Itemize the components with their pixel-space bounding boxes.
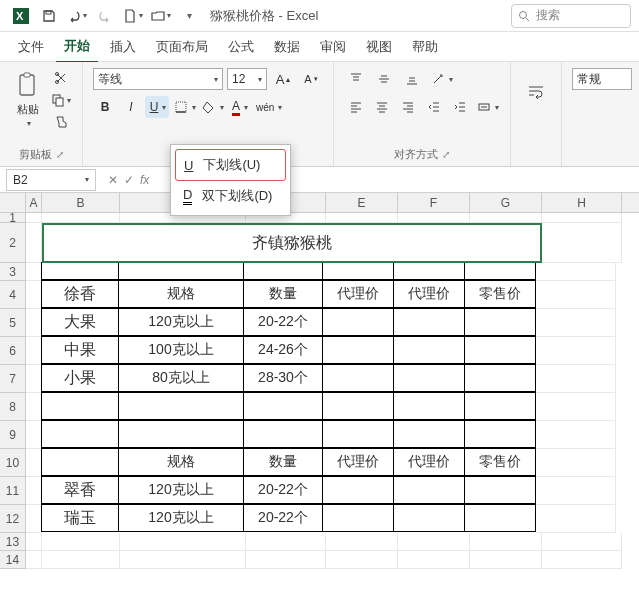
tab-view[interactable]: 视图 (358, 32, 400, 62)
col-header[interactable]: A (26, 193, 42, 212)
format-painter-icon[interactable] (50, 112, 72, 132)
phonetic-button[interactable]: wén▾ (253, 96, 283, 118)
align-top-icon[interactable] (344, 68, 368, 90)
row-header[interactable]: 2 (0, 223, 26, 263)
fill-color-button[interactable]: ▾ (199, 96, 225, 118)
italic-button[interactable]: I (119, 96, 143, 118)
cell[interactable]: 100克以上 (118, 336, 244, 364)
row-header[interactable]: 12 (0, 505, 26, 533)
cell[interactable]: 零售价 (464, 280, 536, 308)
align-left-icon[interactable] (344, 96, 368, 118)
tab-file[interactable]: 文件 (10, 32, 52, 62)
row-header[interactable]: 9 (0, 421, 26, 449)
underline-double-item[interactable]: D 双下划线(D) (175, 181, 286, 211)
select-all-corner[interactable] (0, 193, 26, 212)
row-header[interactable]: 11 (0, 477, 26, 505)
font-color-button[interactable]: A▾ (227, 96, 251, 118)
cell[interactable]: 瑞玉 (41, 504, 119, 532)
cell[interactable]: 规格 (118, 280, 244, 308)
col-header[interactable]: B (42, 193, 120, 212)
alignment-launcher-icon[interactable]: ⤢ (442, 149, 450, 160)
fx-icon[interactable]: fx (140, 173, 149, 187)
col-header[interactable]: G (470, 193, 542, 212)
cell[interactable]: 28-30个 (243, 364, 323, 392)
bold-button[interactable]: B (93, 96, 117, 118)
underline-single-item[interactable]: U 下划线(U) (175, 149, 286, 181)
merge-cells-icon[interactable]: ▾ (474, 96, 500, 118)
merged-title-cell[interactable]: 齐镇猕猴桃 (42, 223, 542, 263)
row-header[interactable]: 7 (0, 365, 26, 393)
col-header[interactable]: H (542, 193, 622, 212)
cell[interactable]: 零售价 (464, 448, 536, 476)
tab-formulas[interactable]: 公式 (220, 32, 262, 62)
cell[interactable]: 20-22个 (243, 504, 323, 532)
tab-home[interactable]: 开始 (56, 31, 98, 63)
cell[interactable]: 代理价 (322, 448, 394, 476)
undo-icon[interactable]: ▾ (64, 3, 90, 29)
decrease-font-icon[interactable]: A▾ (299, 68, 323, 90)
cell[interactable]: 20-22个 (243, 308, 323, 336)
cell[interactable]: 数量 (243, 448, 323, 476)
cell[interactable]: 翠香 (41, 476, 119, 504)
spreadsheet-grid[interactable]: A B C D E F G H 1 2 齐镇猕猴桃 3 4 徐香 规格 数量 代… (0, 193, 639, 569)
copy-icon[interactable]: ▾ (50, 90, 72, 110)
tab-insert[interactable]: 插入 (102, 32, 144, 62)
wrap-text-icon[interactable] (521, 68, 551, 118)
number-format-combo[interactable]: 常规 (572, 68, 632, 90)
save-icon[interactable] (36, 3, 62, 29)
orientation-icon[interactable]: ▾ (428, 68, 454, 90)
cancel-formula-icon[interactable]: ✕ (108, 173, 118, 187)
font-size-combo[interactable]: 12▾ (227, 68, 267, 90)
cell[interactable]: 120克以上 (118, 504, 244, 532)
cell[interactable]: 20-22个 (243, 476, 323, 504)
row-header[interactable]: 6 (0, 337, 26, 365)
row-header[interactable]: 3 (0, 263, 26, 281)
cell[interactable]: 代理价 (322, 280, 394, 308)
redo-icon[interactable] (92, 3, 118, 29)
col-header[interactable]: F (398, 193, 470, 212)
row-header[interactable]: 8 (0, 393, 26, 421)
cell[interactable]: 规格 (118, 448, 244, 476)
row-header[interactable]: 5 (0, 309, 26, 337)
tab-help[interactable]: 帮助 (404, 32, 446, 62)
decrease-indent-icon[interactable] (422, 96, 446, 118)
enter-formula-icon[interactable]: ✓ (124, 173, 134, 187)
col-header[interactable]: E (326, 193, 398, 212)
row-header[interactable]: 4 (0, 281, 26, 309)
cell[interactable]: 24-26个 (243, 336, 323, 364)
align-middle-icon[interactable] (372, 68, 396, 90)
cell[interactable]: 徐香 (41, 280, 119, 308)
increase-font-icon[interactable]: A▴ (271, 68, 295, 90)
tab-review[interactable]: 审阅 (312, 32, 354, 62)
row-header[interactable]: 1 (0, 213, 26, 223)
excel-icon[interactable]: X (8, 3, 34, 29)
align-bottom-icon[interactable] (400, 68, 424, 90)
row-header[interactable]: 10 (0, 449, 26, 477)
cell[interactable]: 数量 (243, 280, 323, 308)
name-box[interactable]: B2▾ (6, 169, 96, 191)
font-name-combo[interactable]: 等线▾ (93, 68, 223, 90)
cell[interactable]: 120克以上 (118, 308, 244, 336)
borders-button[interactable]: ▾ (171, 96, 197, 118)
cell[interactable]: 80克以上 (118, 364, 244, 392)
cell[interactable]: 大果 (41, 308, 119, 336)
clipboard-launcher-icon[interactable]: ⤢ (56, 149, 64, 160)
align-right-icon[interactable] (396, 96, 420, 118)
tab-data[interactable]: 数据 (266, 32, 308, 62)
cut-icon[interactable] (50, 68, 72, 88)
qat-customize-icon[interactable]: ▾ (176, 3, 202, 29)
row-header[interactable]: 14 (0, 551, 26, 569)
new-file-icon[interactable]: ▾ (120, 3, 146, 29)
cell[interactable]: 小果 (41, 364, 119, 392)
tab-layout[interactable]: 页面布局 (148, 32, 216, 62)
increase-indent-icon[interactable] (448, 96, 472, 118)
open-folder-icon[interactable]: ▾ (148, 3, 174, 29)
cell[interactable]: 120克以上 (118, 476, 244, 504)
row-header[interactable]: 13 (0, 533, 26, 551)
paste-button[interactable]: 粘贴 ▾ (10, 68, 46, 132)
cell[interactable]: 代理价 (393, 280, 465, 308)
align-center-icon[interactable] (370, 96, 394, 118)
cell[interactable]: 中果 (41, 336, 119, 364)
search-input[interactable]: 搜索 (511, 4, 631, 28)
cell[interactable]: 代理价 (393, 448, 465, 476)
